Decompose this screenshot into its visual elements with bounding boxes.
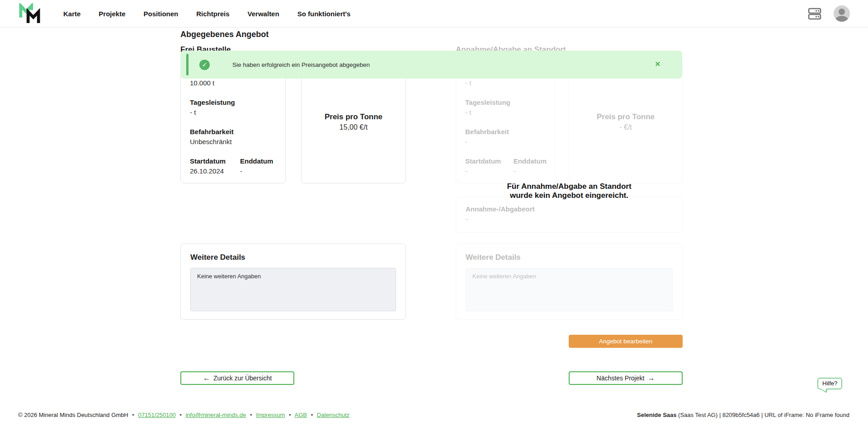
footer-build-info: Selenide Saas (Saas Test AG) | 8209b5fc5…	[637, 412, 849, 418]
footer-datenschutz-link[interactable]: Datenschutz	[317, 412, 349, 418]
nav-item-so-funktionierts[interactable]: So funktioniert's	[297, 10, 351, 18]
field-value: 26.10.2024	[190, 167, 240, 176]
footer: © 2026 Mineral Minds Deutschland GmbH • …	[0, 412, 868, 421]
mineral-minds-logo[interactable]	[18, 3, 42, 24]
field-value: -	[514, 167, 547, 176]
field-value: 10.000 t	[190, 79, 276, 88]
footer-impressum-link[interactable]: Impressum	[256, 412, 285, 418]
footer-saas-name: Selenide Saas	[637, 412, 676, 418]
user-avatar[interactable]	[834, 5, 850, 22]
field-value: - t	[465, 108, 547, 117]
nav-item-richtpreis[interactable]: Richtpreis	[196, 10, 229, 18]
field-label: Tagesleistung	[190, 98, 276, 107]
nav-item-verwalten[interactable]: Verwalten	[248, 10, 279, 18]
price-label: Preis pro Tonne	[325, 112, 382, 122]
details-title: Weitere Details	[190, 253, 396, 262]
field-value: -	[466, 215, 673, 224]
price-value: - €/t	[619, 122, 632, 133]
field-label: Tagesleistung	[465, 98, 547, 107]
price-label: Preis pro Tonne	[597, 112, 655, 122]
field-label: Enddatum	[240, 157, 273, 165]
details-textarea: Keine weiteren Angaben	[466, 268, 673, 311]
back-button-label: Zurück zur Übersicht	[213, 375, 272, 382]
back-to-overview-button[interactable]: ← Zurück zur Übersicht	[180, 371, 294, 385]
footer-email-link[interactable]: info@mineral-minds.de	[185, 412, 246, 418]
page: Karte Projekte Positionen Richtpreis Ver…	[0, 0, 868, 426]
help-bubble[interactable]: Hilfe?	[817, 378, 842, 389]
field-value: - t	[190, 108, 276, 117]
details-textarea: Keine weiteren Angaben	[190, 268, 396, 311]
footer-agb-link[interactable]: AGB	[295, 412, 307, 418]
footer-separator: •	[289, 412, 291, 418]
footer-separator: •	[250, 412, 252, 418]
footer-phone-link[interactable]: 07151/250100	[138, 412, 176, 418]
details-card-right: Weitere Details Keine weiteren Angaben	[456, 243, 683, 320]
main-nav: Karte Projekte Positionen Richtpreis Ver…	[63, 10, 350, 18]
field-value: -	[465, 137, 547, 146]
footer-separator: •	[132, 412, 134, 418]
page-title: Abgegebenes Angebot	[180, 30, 269, 39]
toast-message: Sie haben erfolgreich ein Preisangebot a…	[232, 61, 370, 68]
field-label: Befahrbarkeit	[190, 128, 276, 136]
no-offer-message: Für Annahme/Abgabe an Standort wurde kei…	[456, 182, 683, 200]
arrow-left-icon: ←	[203, 375, 210, 382]
nav-item-projekte[interactable]: Projekte	[99, 10, 125, 18]
nav-item-positionen[interactable]: Positionen	[144, 10, 179, 18]
arrow-right-icon: →	[647, 375, 655, 382]
next-project-button[interactable]: Nächstes Projekt →	[569, 371, 683, 385]
price-value: 15,00 €/t	[340, 122, 368, 133]
field-label: Annahme-/Abgabeort	[466, 205, 673, 213]
header-actions	[807, 5, 850, 22]
location-field-card: Annahme-/Abgabeort -	[456, 197, 683, 233]
toast-close-icon[interactable]: ✕	[655, 60, 660, 68]
field-label: Befahrbarkeit	[465, 128, 547, 136]
details-card-left: Weitere Details Keine weiteren Angaben	[180, 243, 406, 320]
details-title: Weitere Details	[466, 253, 673, 262]
top-navigation-bar: Karte Projekte Positionen Richtpreis Ver…	[0, 0, 868, 28]
avatar-head-icon	[839, 9, 845, 15]
field-label: Enddatum	[514, 157, 547, 165]
next-button-label: Nächstes Projekt	[597, 375, 645, 382]
nav-item-karte[interactable]: Karte	[63, 10, 80, 18]
toast-accent-bar	[186, 54, 189, 75]
field-label: Startdatum	[465, 157, 514, 165]
field-label: Startdatum	[190, 157, 240, 165]
footer-separator: •	[179, 412, 182, 418]
footer-separator: •	[311, 412, 313, 418]
success-toast: ✓ Sie haben erfolgreich ein Preisangebot…	[180, 51, 682, 79]
field-value: - t	[465, 79, 547, 88]
check-circle-icon: ✓	[199, 60, 210, 70]
avatar-body-icon	[835, 16, 848, 22]
field-value: -	[240, 167, 273, 176]
field-value: Unbeschränkt	[190, 137, 276, 146]
edit-offer-button[interactable]: Angebot bearbeiten	[569, 335, 683, 348]
field-value: -	[465, 167, 514, 176]
footer-saas-details: (Saas Test AG) | 8209b5fc54a6 | URL of i…	[677, 412, 850, 418]
server-icon[interactable]	[807, 6, 822, 21]
footer-copyright: © 2026 Mineral Minds Deutschland GmbH	[18, 412, 128, 418]
footer-left: © 2026 Mineral Minds Deutschland GmbH • …	[18, 412, 349, 418]
